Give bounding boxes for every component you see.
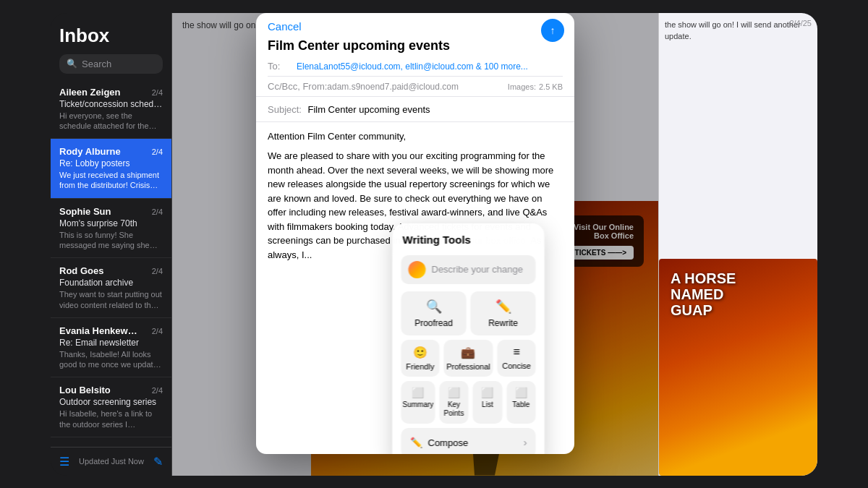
email-sender: Geneviève Racette [59,445,139,446]
concise-icon: ≡ [513,346,519,359]
sidebar-title: Inbox [59,25,163,47]
list-item[interactable]: Sophie Sun 2/4 Mom's surprise 70th This … [51,199,171,259]
summary-button[interactable]: ⬜ Summary [401,381,435,424]
email-list: Aileen Zeigen 2/4 Ticket/concession sche… [51,80,171,447]
email-sender: Aileen Zeigen [59,87,121,98]
email-date: 2/4 [152,88,163,97]
writing-tools-title: Writing Tools [401,232,536,249]
to-label: To: [268,61,297,72]
chevron-right-icon: › [524,435,527,450]
tools-grid-primary: 🔍 Proofread ✏️ Rewrite [401,291,536,335]
sidebar-header: Inbox 🔍 Search [51,13,171,80]
email-sender: Rod Goes [59,265,103,276]
email-subject: Mom's surprise 70th [59,218,163,228]
sidebar-footer: ☰ Updated Just Now ✎ [51,447,171,476]
friendly-label: Friendly [406,362,434,371]
concise-button[interactable]: ≡ Concise [498,340,536,377]
main-content: the show will go on! I will send another… [172,13,658,476]
email-subject: Outdoor screening series [59,397,163,407]
send-icon: ↑ [550,25,556,36]
ccbcc-field-row: Cc/Bcc, From: adam.s9noend7.paid@icloud.… [268,77,563,96]
describe-placeholder: Describe your change [432,262,523,277]
email-sender: Lou Belsito [59,385,111,395]
compose-icon[interactable]: ☰ [59,455,69,468]
email-subject: Re: Lobby posters [59,158,163,168]
email-sender: Evania Henkewich [59,325,139,336]
right-panel-date: 2/4/25 [789,19,812,27]
images-value: 2.5 KB [539,82,563,91]
subject-value[interactable]: Film Center upcoming events [307,104,430,115]
email-subject: Ticket/concession schedule [59,99,163,109]
to-field-row: To: ElenaLanot55@icloud.com, eltlin@iclo… [268,56,563,77]
proofread-label: Proofread [414,318,453,328]
table-label: Table [512,401,529,409]
email-subject: Re: Email newsletter [59,338,163,348]
compose-modal-overlay: Cancel ↑ Film Center upcoming events To:… [172,13,658,476]
friendly-icon: 🙂 [413,346,427,359]
list-item[interactable]: Evania Henkewich 2/4 Re: Email newslette… [51,318,171,378]
email-sender: Sophie Sun [59,206,111,217]
email-date: 2/4 [152,386,163,395]
right-panel-poster-text: A HORSE NAMED GUAP [659,259,817,330]
describe-input[interactable]: Describe your change [401,255,536,284]
email-preview: We just received a shipment from the dis… [59,170,163,191]
compose-body[interactable]: Attention Film Center community, We are … [256,122,574,454]
rewrite-label: Rewrite [488,318,518,328]
sidebar: Inbox 🔍 Search Aileen Zeigen 2/4 Ticket/… [51,13,172,476]
subject-row: Subject: Film Center upcoming events [256,97,574,122]
tools-grid-format: ⬜ Summary ⬜ Key Points ⬜ List [401,381,536,424]
email-sender: Rody Alburne [59,146,121,157]
ccbcc-value[interactable]: adam.s9noend7.paid@icloud.com [327,82,507,92]
compose-card: Cancel ↑ Film Center upcoming events To:… [256,13,574,454]
key-points-label: Key Points [441,401,467,418]
right-panel: 2/4/25 the show will go on! I will send … [658,13,817,476]
email-preview: Hi everyone, see the schedule attached f… [59,111,163,132]
list-item[interactable]: Geneviève Racette 2/4 New merch Hi all! … [51,437,171,446]
email-subject: Foundation archive [59,278,163,288]
images-label: Images: [508,82,536,91]
ccbcc-label: Cc/Bcc, From: [268,81,327,92]
list-item[interactable]: Rody Alburne 2/4 Re: Lobby posters We ju… [51,139,171,199]
to-value[interactable]: ElenaLanot55@icloud.com, eltlin@icloud.c… [297,61,563,72]
concise-label: Concise [502,361,531,370]
edit-icon[interactable]: ✎ [153,455,163,468]
search-bar[interactable]: 🔍 Search [59,54,163,74]
email-date: 2/4 [152,207,163,216]
list-button[interactable]: ⬜ List [473,381,502,424]
key-points-button[interactable]: ⬜ Key Points [439,381,468,424]
ai-icon [409,261,426,278]
professional-icon: 💼 [461,346,475,359]
list-item[interactable]: Aileen Zeigen 2/4 Ticket/concession sche… [51,80,171,140]
right-panel-poster: A HORSE NAMED GUAP [659,259,817,476]
key-points-icon: ⬜ [448,387,460,398]
email-preview: They want to start putting out video con… [59,289,163,310]
cancel-button[interactable]: Cancel [268,20,302,33]
friendly-button[interactable]: 🙂 Friendly [401,340,440,377]
list-item[interactable]: Lou Belsito 2/4 Outdoor screening series… [51,377,171,437]
list-label: List [482,401,493,409]
summary-label: Summary [403,401,434,409]
proofread-button[interactable]: 🔍 Proofread [401,291,467,335]
email-date: 2/4 [152,267,163,275]
compose-row[interactable]: ✏️ Compose › [401,428,536,454]
professional-button[interactable]: 💼 Professional [443,340,493,377]
proofread-icon: 🔍 [426,299,442,314]
search-icon: 🔍 [67,59,77,69]
email-preview: Hi Isabelle, here's a link to the outdoo… [59,408,163,429]
compose-row-label: Compose [428,436,469,450]
search-placeholder: Search [82,59,111,69]
tools-grid-tone: 🙂 Friendly 💼 Professional ≡ Concise [401,340,536,377]
email-date: 2/4 [152,327,163,335]
compose-greeting: Attention Film Center community, [268,129,563,144]
rewrite-button[interactable]: ✏️ Rewrite [471,291,536,335]
rewrite-icon: ✏️ [495,299,511,314]
table-button[interactable]: ⬜ Table [506,381,535,424]
ipad-frame: Inbox 🔍 Search Aileen Zeigen 2/4 Ticket/… [51,13,817,476]
email-preview: This is so funny! She messaged me saying… [59,230,163,251]
list-icon: ⬜ [481,387,493,398]
professional-label: Professional [446,362,490,371]
email-date: 2/4 [152,147,163,156]
list-item[interactable]: Rod Goes 2/4 Foundation archive They wan… [51,258,171,318]
table-icon: ⬜ [515,387,527,398]
send-button[interactable]: ↑ [541,19,564,42]
